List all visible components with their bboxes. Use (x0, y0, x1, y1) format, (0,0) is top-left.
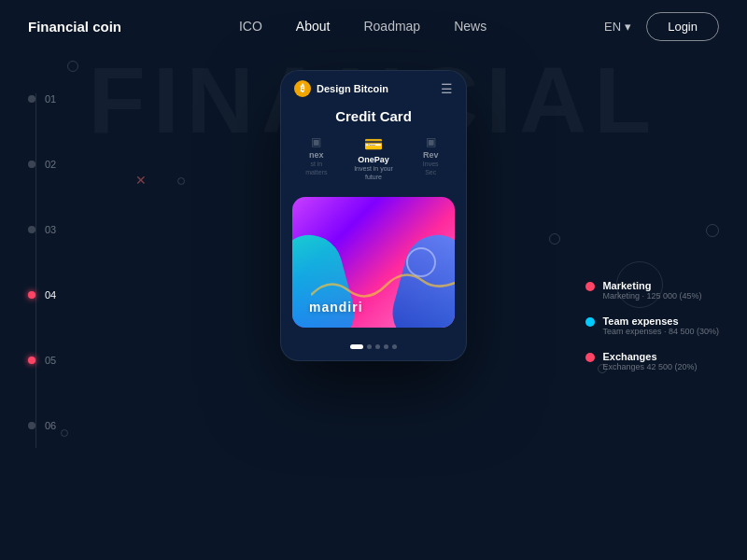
main-credit-card: mandiri (292, 197, 455, 328)
page-dot-4[interactable] (384, 344, 388, 349)
deco-dot-1 (67, 61, 78, 72)
card-item-rev[interactable]: ▣ Rev InvesSec (404, 133, 457, 189)
timeline-label-06: 06 (45, 420, 56, 431)
navbar-right: EN ▾ Login (604, 12, 719, 41)
nav-roadmap[interactable]: Roadmap (363, 19, 420, 34)
legend-sub-team: Team expenses · 84 500 (30%) (602, 327, 719, 336)
nav-about[interactable]: About (296, 19, 331, 34)
phone-logo: ₿ Design Bitcoin (294, 80, 388, 97)
onepay-name: OnePay (358, 155, 389, 164)
timeline-item-03: 03 (28, 224, 56, 235)
legend-dot-exchanges (585, 353, 595, 362)
timeline: 01 02 03 04 05 06 (28, 93, 56, 485)
legend-sub-exchanges: Exchanges 42 500 (20%) (602, 362, 697, 371)
nex-icon: ▣ (311, 135, 321, 148)
legend-dot-marketing (585, 282, 595, 291)
timeline-item-02: 02 (28, 159, 56, 170)
card-pagination (281, 337, 466, 360)
timeline-dot-04 (28, 291, 35, 299)
deco-dot-2 (177, 177, 185, 185)
timeline-line (35, 93, 36, 448)
timeline-dot-02 (28, 161, 35, 168)
brand-logo: Financial coin (28, 19, 121, 35)
timeline-label-05: 05 (45, 355, 56, 366)
timeline-label-01: 01 (45, 93, 56, 105)
nex-name: nex (309, 150, 324, 160)
login-button[interactable]: Login (646, 12, 719, 41)
legend-marketing: Marketing Marketing · 125 000 (45%) (585, 280, 719, 301)
navbar: Financial coin ICO About Roadmap News EN… (0, 0, 747, 52)
legend-panel: Marketing Marketing · 125 000 (45%) Team… (585, 280, 719, 386)
legend-title-exchanges: Exchanges (602, 351, 697, 362)
lang-button[interactable]: EN ▾ (604, 20, 631, 34)
bitcoin-logo-icon: ₿ (294, 80, 311, 97)
deco-cross-1: ✕ (135, 173, 147, 188)
deco-dot-3 (549, 233, 560, 245)
phone-mockup: ₿ Design Bitcoin ☰ Credit Card ▣ nex st … (280, 70, 467, 361)
deco-dot-5 (61, 429, 68, 437)
nex-desc: st inmatters (305, 160, 327, 176)
legend-exchanges: Exchanges Exchanges 42 500 (20%) (585, 351, 719, 371)
page-dot-5[interactable] (392, 344, 397, 349)
legend-dot-team (585, 317, 595, 327)
timeline-label-03: 03 (45, 224, 56, 235)
legend-text-team: Team expenses Team expenses · 84 500 (30… (602, 315, 719, 336)
legend-text-marketing: Marketing Marketing · 125 000 (45%) (602, 280, 701, 301)
phone-header: ₿ Design Bitcoin ☰ (281, 71, 466, 105)
timeline-label-02: 02 (45, 159, 56, 170)
timeline-dot-01 (28, 95, 35, 103)
timeline-item-06: 06 (28, 420, 56, 431)
card-brand-text: mandiri (309, 300, 363, 315)
card-item-onepay[interactable]: 💳 OnePay Invest in yourfuture (343, 133, 405, 189)
rev-icon: ▣ (426, 135, 436, 148)
page-dot-2[interactable] (367, 344, 372, 349)
page-dot-3[interactable] (375, 344, 380, 349)
hamburger-icon[interactable]: ☰ (441, 81, 453, 96)
rev-desc: InvesSec (423, 160, 439, 176)
timeline-item-01: 01 (28, 93, 56, 105)
legend-text-exchanges: Exchanges Exchanges 42 500 (20%) (602, 351, 697, 371)
timeline-item-04: 04 (28, 289, 56, 301)
nav-ico[interactable]: ICO (239, 19, 262, 34)
nav-news[interactable]: News (454, 19, 486, 34)
legend-title-team: Team expenses (602, 315, 719, 327)
card-item-nex[interactable]: ▣ nex st inmatters (290, 133, 343, 189)
nav-links: ICO About Roadmap News (239, 18, 486, 35)
legend-title-marketing: Marketing (602, 280, 701, 291)
onepay-icon: 💳 (364, 135, 383, 153)
page-dot-1[interactable] (350, 344, 363, 349)
card-carousel: ▣ nex st inmatters 💳 OnePay Invest in yo… (281, 133, 466, 189)
legend-team: Team expenses Team expenses · 84 500 (30… (585, 315, 719, 336)
card-circle-deco (406, 247, 436, 277)
deco-dot-6 (706, 224, 719, 237)
rev-name: Rev (423, 150, 439, 160)
timeline-dot-05 (28, 357, 35, 364)
timeline-dot-03 (28, 226, 35, 233)
phone-frame: ₿ Design Bitcoin ☰ Credit Card ▣ nex st … (280, 70, 467, 361)
timeline-dot-06 (28, 422, 35, 429)
legend-sub-marketing: Marketing · 125 000 (45%) (602, 291, 701, 301)
onepay-desc: Invest in yourfuture (354, 164, 393, 181)
phone-title: Credit Card (281, 105, 466, 133)
timeline-label-04: 04 (45, 289, 56, 301)
timeline-item-05: 05 (28, 355, 56, 366)
